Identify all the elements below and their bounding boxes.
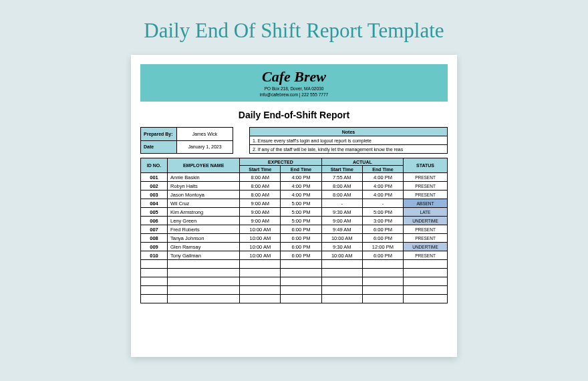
- table-row: [141, 295, 448, 303]
- cell-exp-end: 5:00 PM: [281, 208, 321, 217]
- cell-exp-start: 8:00 AM: [240, 190, 281, 199]
- cell-act-start: 10:00 AM: [321, 234, 362, 243]
- table-row: 001Annie Baskin8:00 AM4:00 PM7:55 AM4:00…: [141, 173, 448, 182]
- cell-status: ABSENT: [404, 199, 448, 208]
- cell-status: PRESENT: [404, 190, 448, 199]
- cell-status: PRESENT: [404, 234, 448, 243]
- report-title: Daily End-of-Shift Report: [140, 110, 448, 120]
- cell-act-start: 9:00 AM: [321, 217, 362, 225]
- cell-status: UNDERTIME: [404, 243, 448, 251]
- table-row: [141, 277, 448, 286]
- notes-header: Notes: [250, 128, 448, 136]
- cell-act-end: 5:00 PM: [362, 208, 403, 217]
- cell-exp-end: 4:00 PM: [281, 190, 321, 199]
- cell-exp-end: 6:00 PM: [281, 234, 321, 243]
- cell-act-end: 6:00 PM: [362, 234, 403, 243]
- shift-data-table: ID NO. EMPLOYEE NAME EXPECTED ACTUAL STA…: [140, 158, 448, 303]
- cell-act-end: 6:00 PM: [362, 225, 403, 234]
- cell-act-start: 9:30 AM: [321, 243, 362, 251]
- cell-name: Glen Ramsay: [168, 243, 240, 251]
- cell-exp-end: 6:00 PM: [281, 243, 321, 251]
- cell-id: 008: [141, 234, 168, 243]
- cell-act-start: 9:49 AM: [321, 225, 362, 234]
- cell-status: LATE: [404, 208, 448, 217]
- cell-status: PRESENT: [404, 182, 448, 190]
- cell-id: 003: [141, 190, 168, 199]
- col-header-expected: EXPECTED: [240, 158, 321, 166]
- cell-status: PRESENT: [404, 251, 448, 260]
- col-header-name: EMPLOYEE NAME: [168, 158, 240, 173]
- cell-act-end: 6:00 PM: [362, 251, 403, 260]
- cell-exp-end: 5:00 PM: [281, 199, 321, 208]
- table-row: 009Glen Ramsay10:00 AM6:00 PM9:30 AM12:0…: [141, 243, 448, 251]
- prepared-by-table: Prepared By: James Wick Date January 1, …: [140, 127, 233, 154]
- cell-act-end: 3:00 PM: [362, 217, 403, 225]
- document-page: Cafe Brew PO Box 218, Dover, MA 02030 in…: [131, 55, 457, 357]
- date-value: January 1, 2023: [177, 140, 233, 154]
- col-header-exp-end: End Time: [281, 166, 321, 173]
- cell-exp-end: 6:00 PM: [281, 225, 321, 234]
- table-row: 006Leny Green9:00 AM5:00 PM9:00 AM3:00 P…: [141, 217, 448, 225]
- table-row: 010Tony Gallman10:00 AM6:00 PM10:00 AM6:…: [141, 251, 448, 260]
- cell-act-end: 12:00 PM: [362, 243, 403, 251]
- notes-line-2: 2. If any of the staff will be late, kin…: [250, 145, 448, 154]
- table-row: [141, 286, 448, 295]
- cell-exp-start: 10:00 AM: [240, 251, 281, 260]
- cell-status: PRESENT: [404, 173, 448, 182]
- cell-exp-start: 10:00 AM: [240, 234, 281, 243]
- cell-exp-end: 4:00 PM: [281, 173, 321, 182]
- cell-act-start: 8:00 AM: [321, 190, 362, 199]
- brand-name: Cafe Brew: [262, 68, 326, 86]
- cell-id: 001: [141, 173, 168, 182]
- cell-id: 009: [141, 243, 168, 251]
- col-header-id: ID NO.: [141, 158, 168, 173]
- cell-id: 005: [141, 208, 168, 217]
- col-header-actual: ACTUAL: [321, 158, 403, 166]
- table-row: [141, 260, 448, 269]
- cell-name: Jason Montoya: [168, 190, 240, 199]
- cell-name: Leny Green: [168, 217, 240, 225]
- cell-exp-start: 9:00 AM: [240, 199, 281, 208]
- table-row: 008Tanya Johnson10:00 AM6:00 PM10:00 AM6…: [141, 234, 448, 243]
- table-row: 007Fred Roberts10:00 AM6:00 PM9:49 AM6:0…: [141, 225, 448, 234]
- cell-id: 004: [141, 199, 168, 208]
- cell-exp-end: 4:00 PM: [281, 182, 321, 190]
- brand-address: PO Box 218, Dover, MA 02030: [265, 86, 324, 92]
- table-row: 005Kim Armstrong9:00 AM5:00 PM9:30 AM5:0…: [141, 208, 448, 217]
- brand-contact: info@cafebrew.com | 222 555 7777: [260, 92, 328, 98]
- cell-act-end: 4:00 PM: [362, 182, 403, 190]
- cell-id: 010: [141, 251, 168, 260]
- date-label: Date: [141, 140, 177, 154]
- cell-status: UNDERTIME: [404, 217, 448, 225]
- cell-act-end: 4:00 PM: [362, 190, 403, 199]
- notes-table: Notes 1. Ensure every staff's login and …: [249, 127, 448, 154]
- cell-name: Annie Baskin: [168, 173, 240, 182]
- cell-act-start: 9:30 AM: [321, 208, 362, 217]
- cell-act-end: 4:00 PM: [362, 173, 403, 182]
- cell-exp-end: 5:00 PM: [281, 217, 321, 225]
- meta-row: Prepared By: James Wick Date January 1, …: [140, 127, 448, 154]
- cell-act-start: 10:00 AM: [321, 251, 362, 260]
- cell-name: Tanya Johnson: [168, 234, 240, 243]
- prepared-by-value: James Wick: [177, 128, 233, 141]
- cell-exp-start: 9:00 AM: [240, 217, 281, 225]
- cell-name: Tony Gallman: [168, 251, 240, 260]
- cell-name: Wil Cruz: [168, 199, 240, 208]
- notes-line-1: 1. Ensure every staff's login and logout…: [250, 136, 448, 145]
- cell-name: Kim Armstrong: [168, 208, 240, 217]
- table-row: 004Wil Cruz9:00 AM5:00 PM--ABSENT: [141, 199, 448, 208]
- cell-exp-start: 8:00 AM: [240, 182, 281, 190]
- cell-exp-start: 9:00 AM: [240, 208, 281, 217]
- cell-status: PRESENT: [404, 225, 448, 234]
- cell-id: 002: [141, 182, 168, 190]
- cell-act-end: -: [362, 199, 403, 208]
- col-header-exp-start: Start Time: [240, 166, 281, 173]
- table-row: 003Jason Montoya8:00 AM4:00 PM8:00 AM4:0…: [141, 190, 448, 199]
- cell-name: Fred Roberts: [168, 225, 240, 234]
- col-header-act-end: End Time: [362, 166, 403, 173]
- prepared-by-label: Prepared By:: [141, 128, 177, 141]
- col-header-act-start: Start Time: [321, 166, 362, 173]
- cell-act-start: 8:00 AM: [321, 182, 362, 190]
- col-header-status: STATUS: [404, 158, 448, 173]
- cell-exp-start: 10:00 AM: [240, 243, 281, 251]
